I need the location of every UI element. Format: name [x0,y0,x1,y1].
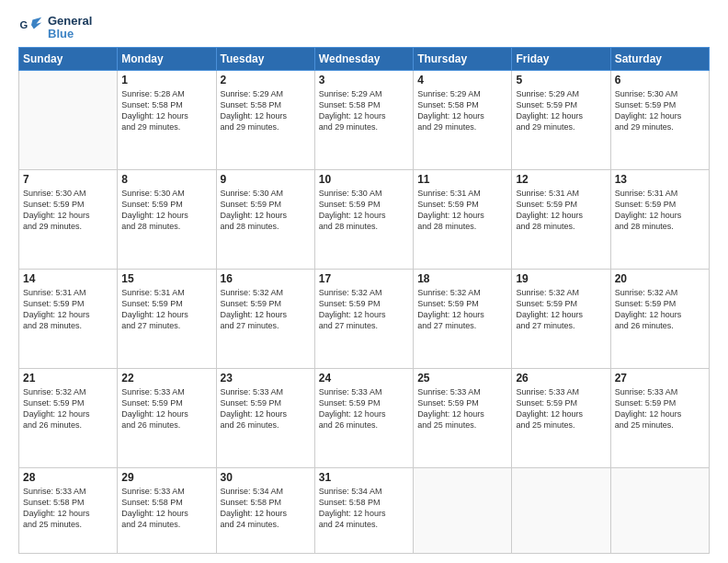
day-info: Sunrise: 5:33 AM Sunset: 5:59 PM Dayligh… [417,386,507,431]
calendar-cell: 28Sunrise: 5:33 AM Sunset: 5:58 PM Dayli… [19,467,118,553]
day-info: Sunrise: 5:33 AM Sunset: 5:59 PM Dayligh… [319,386,409,431]
weekday-header: Wednesday [314,47,413,70]
weekday-header: Friday [512,47,610,70]
weekday-header: Sunday [19,47,118,70]
day-number: 12 [516,173,606,186]
calendar-cell: 11Sunrise: 5:31 AM Sunset: 5:59 PM Dayli… [414,169,512,269]
calendar-week-row: 21Sunrise: 5:32 AM Sunset: 5:59 PM Dayli… [19,368,710,467]
day-info: Sunrise: 5:31 AM Sunset: 5:59 PM Dayligh… [615,188,705,233]
calendar-cell: 10Sunrise: 5:30 AM Sunset: 5:59 PM Dayli… [314,169,413,269]
calendar-week-row: 7Sunrise: 5:30 AM Sunset: 5:59 PM Daylig… [19,169,710,269]
calendar-table: SundayMondayTuesdayWednesdayThursdayFrid… [18,47,710,554]
calendar-cell: 13Sunrise: 5:31 AM Sunset: 5:59 PM Dayli… [610,169,709,269]
calendar-header-row: SundayMondayTuesdayWednesdayThursdayFrid… [19,47,710,70]
calendar-cell: 27Sunrise: 5:33 AM Sunset: 5:59 PM Dayli… [610,368,709,467]
day-number: 2 [221,74,311,86]
day-number: 8 [121,173,211,186]
calendar-cell: 20Sunrise: 5:32 AM Sunset: 5:59 PM Dayli… [610,269,709,368]
day-number: 22 [121,372,211,385]
day-number: 9 [221,173,311,186]
day-number: 17 [319,272,409,285]
calendar-cell: 22Sunrise: 5:33 AM Sunset: 5:59 PM Dayli… [118,368,216,467]
calendar-cell: 21Sunrise: 5:32 AM Sunset: 5:59 PM Dayli… [19,368,118,467]
day-info: Sunrise: 5:31 AM Sunset: 5:59 PM Dayligh… [23,287,113,332]
weekday-header: Tuesday [216,47,314,70]
day-info: Sunrise: 5:32 AM Sunset: 5:59 PM Dayligh… [319,287,409,332]
day-number: 31 [319,471,409,484]
calendar-cell: 1Sunrise: 5:28 AM Sunset: 5:58 PM Daylig… [118,70,216,169]
svg-text:G: G [19,20,28,31]
calendar-cell: 23Sunrise: 5:33 AM Sunset: 5:59 PM Dayli… [216,368,314,467]
day-info: Sunrise: 5:31 AM Sunset: 5:59 PM Dayligh… [417,188,507,233]
day-info: Sunrise: 5:33 AM Sunset: 5:59 PM Dayligh… [615,386,705,431]
weekday-header: Saturday [610,47,709,70]
calendar-week-row: 28Sunrise: 5:33 AM Sunset: 5:58 PM Dayli… [19,467,710,553]
calendar-cell [512,467,610,553]
day-number: 10 [319,173,409,186]
day-info: Sunrise: 5:32 AM Sunset: 5:59 PM Dayligh… [221,287,311,332]
calendar-cell: 25Sunrise: 5:33 AM Sunset: 5:59 PM Dayli… [414,368,512,467]
day-number: 7 [23,173,113,186]
day-number: 29 [121,471,211,484]
calendar-cell [19,70,118,169]
calendar-cell: 2Sunrise: 5:29 AM Sunset: 5:58 PM Daylig… [216,70,314,169]
day-number: 26 [516,372,606,385]
day-number: 5 [516,74,606,86]
day-info: Sunrise: 5:31 AM Sunset: 5:59 PM Dayligh… [516,188,606,233]
day-number: 16 [221,272,311,285]
day-info: Sunrise: 5:29 AM Sunset: 5:58 PM Dayligh… [319,88,409,133]
calendar-cell: 16Sunrise: 5:32 AM Sunset: 5:59 PM Dayli… [216,269,314,368]
logo-text: General Blue [48,15,92,41]
day-info: Sunrise: 5:30 AM Sunset: 5:59 PM Dayligh… [121,188,211,233]
day-number: 30 [221,471,311,484]
day-number: 6 [615,74,705,86]
day-number: 14 [23,272,113,285]
day-info: Sunrise: 5:33 AM Sunset: 5:58 PM Dayligh… [23,486,113,531]
calendar-cell [610,467,709,553]
calendar-cell: 14Sunrise: 5:31 AM Sunset: 5:59 PM Dayli… [19,269,118,368]
calendar-cell: 9Sunrise: 5:30 AM Sunset: 5:59 PM Daylig… [216,169,314,269]
calendar-cell: 6Sunrise: 5:30 AM Sunset: 5:59 PM Daylig… [610,70,709,169]
logo: G General Blue [18,15,92,41]
calendar-cell: 5Sunrise: 5:29 AM Sunset: 5:59 PM Daylig… [512,70,610,169]
day-number: 13 [615,173,705,186]
day-info: Sunrise: 5:30 AM Sunset: 5:59 PM Dayligh… [615,88,705,133]
day-number: 11 [417,173,507,186]
calendar-cell: 19Sunrise: 5:32 AM Sunset: 5:59 PM Dayli… [512,269,610,368]
day-number: 20 [615,272,705,285]
day-number: 19 [516,272,606,285]
day-info: Sunrise: 5:33 AM Sunset: 5:59 PM Dayligh… [121,386,211,431]
day-number: 4 [417,74,507,86]
day-info: Sunrise: 5:30 AM Sunset: 5:59 PM Dayligh… [221,188,311,233]
day-number: 24 [319,372,409,385]
day-info: Sunrise: 5:29 AM Sunset: 5:58 PM Dayligh… [221,88,311,133]
day-info: Sunrise: 5:29 AM Sunset: 5:58 PM Dayligh… [417,88,507,133]
day-number: 18 [417,272,507,285]
day-info: Sunrise: 5:34 AM Sunset: 5:58 PM Dayligh… [221,486,311,531]
calendar-cell: 17Sunrise: 5:32 AM Sunset: 5:59 PM Dayli… [314,269,413,368]
day-info: Sunrise: 5:29 AM Sunset: 5:59 PM Dayligh… [516,88,606,133]
calendar-week-row: 14Sunrise: 5:31 AM Sunset: 5:59 PM Dayli… [19,269,710,368]
day-info: Sunrise: 5:32 AM Sunset: 5:59 PM Dayligh… [23,386,113,431]
calendar-cell: 24Sunrise: 5:33 AM Sunset: 5:59 PM Dayli… [314,368,413,467]
calendar-cell: 26Sunrise: 5:33 AM Sunset: 5:59 PM Dayli… [512,368,610,467]
day-info: Sunrise: 5:32 AM Sunset: 5:59 PM Dayligh… [417,287,507,332]
day-number: 3 [319,74,409,86]
day-number: 27 [615,372,705,385]
day-number: 25 [417,372,507,385]
day-info: Sunrise: 5:33 AM Sunset: 5:59 PM Dayligh… [516,386,606,431]
day-info: Sunrise: 5:33 AM Sunset: 5:59 PM Dayligh… [221,386,311,431]
weekday-header: Monday [118,47,216,70]
day-number: 23 [221,372,311,385]
logo-icon: G [18,15,44,40]
day-info: Sunrise: 5:32 AM Sunset: 5:59 PM Dayligh… [615,287,705,332]
calendar-cell: 4Sunrise: 5:29 AM Sunset: 5:58 PM Daylig… [414,70,512,169]
calendar-cell: 18Sunrise: 5:32 AM Sunset: 5:59 PM Dayli… [414,269,512,368]
day-number: 28 [23,471,113,484]
calendar-week-row: 1Sunrise: 5:28 AM Sunset: 5:58 PM Daylig… [19,70,710,169]
calendar-cell: 12Sunrise: 5:31 AM Sunset: 5:59 PM Dayli… [512,169,610,269]
calendar-cell [414,467,512,553]
day-number: 15 [121,272,211,285]
calendar-cell: 29Sunrise: 5:33 AM Sunset: 5:58 PM Dayli… [118,467,216,553]
weekday-header: Thursday [414,47,512,70]
